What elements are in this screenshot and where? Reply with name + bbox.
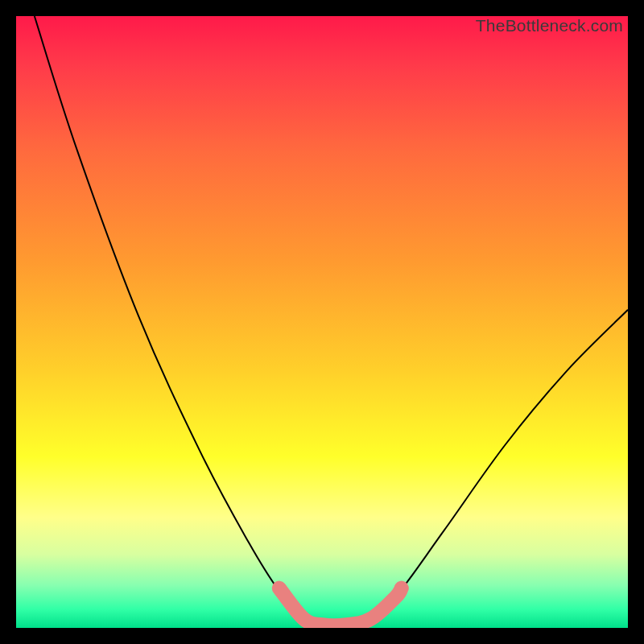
highlight-segment: [279, 588, 402, 626]
chart-svg: [16, 16, 628, 628]
chart-plot-area: TheBottleneck.com: [16, 16, 628, 628]
bottleneck-curve: [35, 16, 628, 625]
